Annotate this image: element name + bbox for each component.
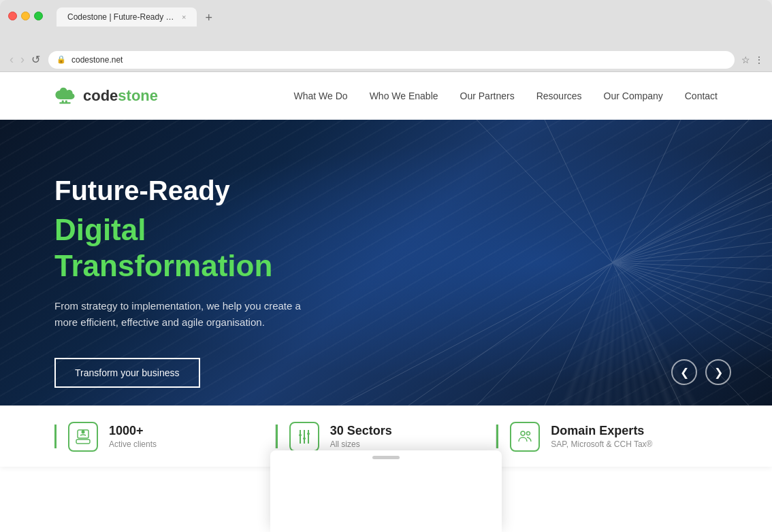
- svg-point-40: [527, 431, 530, 435]
- stat-info-experts: Domain Experts SAP, Microsoft & CCH Tax®: [551, 424, 704, 449]
- svg-line-22: [613, 140, 772, 263]
- new-tab-button[interactable]: +: [199, 9, 218, 27]
- svg-line-18: [545, 120, 613, 263]
- svg-line-21: [613, 120, 749, 263]
- svg-point-32: [82, 430, 85, 433]
- titlebar: Codestone | Future-Ready Digital Transfo…: [0, 5, 772, 26]
- hero-title-line2: Digital Transformation: [54, 212, 327, 284]
- nav-our-partners[interactable]: Our Partners: [460, 90, 515, 101]
- stat-border-accent: [54, 425, 57, 448]
- svg-line-26: [545, 263, 613, 405]
- stat-label-clients: Active clients: [109, 439, 262, 449]
- back-button[interactable]: ‹: [8, 51, 15, 68]
- nav-contact[interactable]: Contact: [685, 90, 718, 101]
- hero-title-line1: Future-Ready: [54, 174, 327, 207]
- reload-button[interactable]: ↺: [30, 52, 42, 67]
- svg-line-29: [340, 263, 613, 405]
- svg-line-4: [613, 188, 772, 263]
- svg-line-17: [613, 161, 772, 263]
- group-icon: [517, 429, 533, 445]
- nav-who-we-enable[interactable]: Who We Enable: [370, 90, 438, 101]
- svg-rect-36: [299, 434, 302, 436]
- logo-text-dark: code: [83, 87, 118, 104]
- person-icon: [75, 429, 91, 445]
- popup-handle: [372, 456, 400, 459]
- svg-point-39: [521, 431, 525, 435]
- website-content: codestone What We Do Who We Enable Our P…: [0, 72, 772, 532]
- stat-item-experts: Domain Experts SAP, Microsoft & CCH Tax®: [496, 422, 718, 452]
- bookmark-button[interactable]: ☆: [741, 54, 750, 65]
- stat-label-experts: SAP, Microsoft & CCH Tax®: [551, 439, 704, 449]
- stat-number-clients: 1000+: [109, 424, 262, 438]
- hero-content: Future-Ready Digital Transformation From…: [0, 120, 381, 405]
- close-button[interactable]: [8, 12, 17, 20]
- site-header: codestone What We Do Who We Enable Our P…: [0, 72, 772, 120]
- svg-rect-2: [59, 102, 71, 103]
- address-bar-row: ‹ › ↺ 🔒 codestone.net ☆ ⋮: [0, 48, 772, 72]
- nav-buttons: ‹ › ↺: [8, 51, 42, 68]
- lock-icon: 🔒: [57, 55, 66, 64]
- logo-text-green: stone: [118, 87, 158, 104]
- browser-actions: ☆ ⋮: [741, 54, 764, 65]
- nav-our-company[interactable]: Our Company: [604, 90, 663, 101]
- nav-resources[interactable]: Resources: [536, 90, 582, 101]
- svg-line-6: [613, 215, 772, 263]
- tab-bar: Codestone | Future-Ready Digital Transfo…: [48, 5, 764, 27]
- svg-line-16: [613, 263, 772, 351]
- svg-line-3: [613, 174, 772, 263]
- minimize-button[interactable]: [21, 12, 30, 20]
- hero-cta-button[interactable]: Transform your business: [54, 358, 200, 388]
- svg-line-15: [613, 263, 772, 337]
- svg-rect-31: [76, 439, 90, 444]
- tab-title: Codestone | Future-Ready Digital Transfo…: [67, 12, 176, 22]
- logo-text: codestone: [83, 87, 158, 105]
- stat-icon-sectors: [289, 422, 319, 452]
- svg-line-25: [613, 263, 681, 405]
- svg-line-28: [408, 263, 613, 405]
- equalizer-icon: [296, 429, 312, 445]
- stat-info-clients: 1000+ Active clients: [109, 424, 262, 449]
- svg-line-20: [613, 120, 681, 263]
- maximize-button[interactable]: [34, 12, 43, 20]
- svg-line-13: [613, 263, 772, 310]
- forward-button[interactable]: ›: [19, 51, 26, 68]
- stat-info-sectors: 30 Sectors All sizes: [330, 424, 483, 449]
- nav-what-we-do[interactable]: What We Do: [294, 90, 348, 101]
- traffic-lights: [8, 12, 43, 20]
- logo[interactable]: codestone: [54, 86, 158, 105]
- stat-border-accent-2: [276, 425, 278, 448]
- address-bar[interactable]: 🔒 codestone.net: [48, 51, 735, 69]
- bottom-popup: [270, 450, 502, 532]
- stat-item-sectors: 30 Sectors All sizes: [276, 422, 497, 452]
- stat-number-experts: Domain Experts: [551, 424, 704, 438]
- carousel-prev-button[interactable]: ❮: [671, 359, 697, 385]
- stat-item-clients: 1000+ Active clients: [54, 422, 276, 452]
- svg-line-19: [477, 120, 613, 263]
- svg-rect-38: [307, 433, 310, 435]
- svg-line-5: [613, 201, 772, 263]
- main-nav: What We Do Who We Enable Our Partners Re…: [294, 90, 718, 101]
- stat-icon-clients: [68, 422, 98, 452]
- tab-close-icon[interactable]: ×: [182, 13, 186, 21]
- stat-label-sectors: All sizes: [330, 439, 483, 449]
- hero-section: Future-Ready Digital Transformation From…: [0, 120, 772, 405]
- svg-rect-37: [303, 437, 306, 439]
- more-options-button[interactable]: ⋮: [754, 54, 764, 65]
- stat-icon-experts: [510, 422, 540, 452]
- stat-border-accent-3: [496, 425, 498, 448]
- stat-number-sectors: 30 Sectors: [330, 424, 483, 438]
- hero-subtitle: From strategy to implementation, we help…: [54, 298, 327, 331]
- address-text: codestone.net: [71, 55, 123, 65]
- carousel-next-button[interactable]: ❯: [705, 359, 731, 385]
- active-tab[interactable]: Codestone | Future-Ready Digital Transfo…: [57, 7, 197, 27]
- browser-window: Codestone | Future-Ready Digital Transfo…: [0, 0, 772, 48]
- carousel-controls: ❮ ❯: [671, 359, 731, 385]
- svg-line-27: [477, 263, 613, 405]
- svg-line-14: [613, 263, 772, 324]
- logo-icon: [54, 86, 79, 105]
